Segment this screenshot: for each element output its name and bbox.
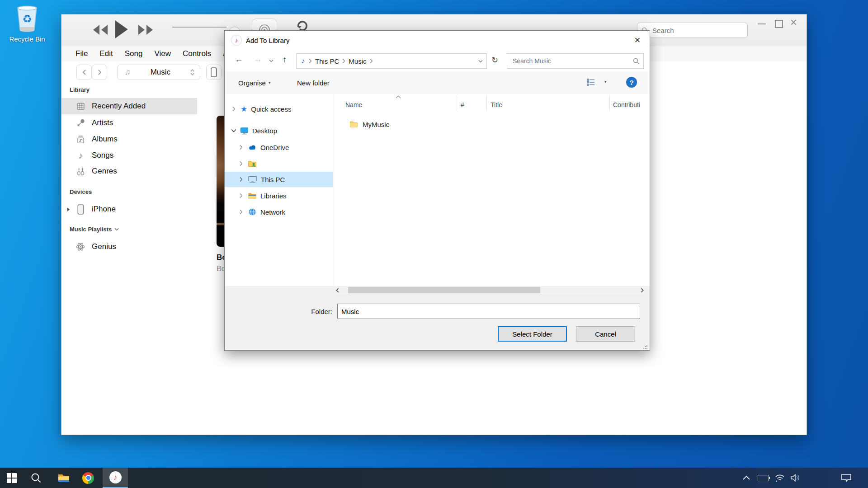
sidebar-item-recently-added[interactable]: Recently Added bbox=[61, 98, 197, 114]
chevron-down-icon[interactable] bbox=[231, 129, 236, 132]
horizontal-scrollbar[interactable] bbox=[333, 286, 646, 294]
rewind-button[interactable] bbox=[91, 24, 108, 36]
scroll-right-arrow[interactable] bbox=[638, 286, 646, 294]
breadcrumb-chevron-icon[interactable] bbox=[369, 58, 373, 64]
chevron-down-icon[interactable] bbox=[114, 228, 119, 231]
sidebar-item-albums[interactable]: Albums bbox=[61, 131, 197, 147]
chevron-right-icon[interactable] bbox=[232, 106, 236, 112]
file-explorer-icon bbox=[58, 473, 70, 483]
search-icon bbox=[633, 58, 640, 65]
sort-ascending-icon[interactable] bbox=[396, 95, 401, 99]
dialog-search-input[interactable] bbox=[512, 57, 627, 65]
column-header-contributing[interactable]: Contributi bbox=[613, 101, 640, 108]
forward-button[interactable] bbox=[92, 65, 107, 80]
guitars-icon bbox=[75, 167, 86, 176]
wifi-icon[interactable] bbox=[775, 474, 785, 483]
details-view-button[interactable] bbox=[586, 78, 595, 87]
tree-item-libraries[interactable]: Libraries bbox=[225, 188, 333, 203]
menu-view[interactable]: View bbox=[148, 49, 177, 58]
chevron-right-icon[interactable] bbox=[239, 145, 243, 150]
sync-icon[interactable] bbox=[296, 19, 308, 32]
sidebar-item-iphone[interactable]: iPhone bbox=[61, 201, 197, 217]
nav-up-icon[interactable]: ↑ bbox=[283, 55, 287, 65]
dialog-footer: Folder: Select Folder Cancel bbox=[225, 294, 649, 350]
tree-item-desktop[interactable]: Desktop bbox=[225, 123, 333, 138]
dialog-close-button[interactable]: × bbox=[625, 31, 650, 50]
action-center-icon[interactable] bbox=[841, 474, 852, 483]
menu-edit[interactable]: Edit bbox=[94, 49, 118, 58]
music-note-icon: ♪ bbox=[301, 57, 305, 65]
itunes-icon: ♪ bbox=[109, 471, 122, 483]
play-button[interactable] bbox=[114, 19, 128, 40]
new-folder-button[interactable]: New folder bbox=[297, 77, 330, 89]
nav-forward-icon[interactable]: → bbox=[254, 55, 262, 65]
sidebar-item-genres[interactable]: Genres bbox=[61, 163, 197, 179]
tree-item-onedrive[interactable]: OneDrive bbox=[225, 140, 333, 155]
music-note-icon: ♫ bbox=[125, 68, 131, 77]
fast-forward-button[interactable] bbox=[137, 24, 155, 36]
sidebar-item-artists[interactable]: Artists bbox=[61, 115, 197, 131]
tree-item-this-pc[interactable]: This PC bbox=[225, 172, 333, 187]
dialog-search-box[interactable] bbox=[507, 53, 644, 69]
battery-icon[interactable] bbox=[758, 475, 769, 481]
chevron-right-icon[interactable] bbox=[239, 209, 243, 215]
tree-item-network[interactable]: Network bbox=[225, 204, 333, 220]
resize-grip[interactable] bbox=[643, 344, 647, 349]
media-selector[interactable]: ♫ Music bbox=[117, 65, 200, 80]
tray-overflow-chevron-icon[interactable] bbox=[742, 475, 750, 480]
tree-item-quick-access[interactable]: ★ Quick access bbox=[225, 101, 333, 117]
breadcrumb-music[interactable]: Music bbox=[346, 57, 369, 65]
select-folder-button[interactable]: Select Folder bbox=[498, 326, 567, 342]
scroll-left-arrow[interactable] bbox=[333, 286, 341, 294]
column-header-title[interactable]: Title bbox=[491, 101, 502, 108]
menu-controls[interactable]: Controls bbox=[177, 49, 217, 58]
view-dropdown-caret-icon[interactable]: ▾ bbox=[604, 80, 607, 84]
recycle-bin-shortcut[interactable]: ♻ Recycle Bin bbox=[7, 5, 47, 43]
organise-button[interactable]: Organise ▾ bbox=[238, 77, 270, 89]
breadcrumb-chevron-icon[interactable] bbox=[342, 58, 346, 64]
taskbar-chrome-button[interactable] bbox=[77, 468, 99, 488]
expander-icon[interactable] bbox=[67, 207, 70, 211]
taskbar-file-explorer-button[interactable] bbox=[53, 468, 75, 488]
address-dropdown-icon[interactable] bbox=[478, 60, 483, 63]
desktop: ♻ Recycle Bin bbox=[0, 0, 868, 488]
column-header-name[interactable]: Name bbox=[345, 101, 362, 108]
back-button[interactable] bbox=[76, 65, 92, 80]
breadcrumb-this-pc[interactable]: This PC bbox=[312, 57, 342, 65]
refresh-icon[interactable]: ↻ bbox=[491, 55, 498, 65]
start-button[interactable] bbox=[1, 468, 23, 488]
menu-song[interactable]: Song bbox=[119, 49, 149, 58]
column-header-number[interactable]: # bbox=[461, 101, 464, 108]
nav-back-icon[interactable]: ← bbox=[235, 55, 243, 65]
chevron-right-icon[interactable] bbox=[239, 177, 243, 182]
sidebar-item-genius[interactable]: Genius bbox=[61, 239, 197, 255]
sidebar-item-songs[interactable]: ♪ Songs bbox=[61, 147, 197, 164]
search-icon bbox=[31, 473, 42, 483]
dialog-toolbar: Organise ▾ New folder ▾ ? bbox=[225, 71, 650, 94]
file-row-mymusic[interactable]: MyMusic bbox=[333, 117, 645, 131]
volume-icon[interactable] bbox=[790, 474, 800, 482]
tree-item-user-folder[interactable] bbox=[225, 156, 333, 171]
close-button[interactable]: × bbox=[790, 16, 797, 29]
system-tray bbox=[741, 468, 868, 488]
chevron-right-icon[interactable] bbox=[239, 193, 243, 198]
menu-file[interactable]: File bbox=[70, 49, 94, 58]
minimize-button[interactable] bbox=[758, 23, 766, 24]
itunes-search-box[interactable] bbox=[637, 23, 748, 38]
fast-forward-icon bbox=[137, 24, 155, 36]
folder-name-input[interactable] bbox=[337, 304, 640, 319]
itunes-search-input[interactable] bbox=[651, 26, 739, 35]
nav-history-chevron-icon[interactable] bbox=[269, 59, 274, 62]
address-bar[interactable]: ♪ This PC Music bbox=[296, 53, 487, 69]
scrollbar-thumb[interactable] bbox=[348, 287, 540, 293]
volume-slider[interactable] bbox=[172, 27, 226, 28]
help-button[interactable]: ? bbox=[626, 77, 637, 88]
chevron-right-icon[interactable] bbox=[239, 161, 243, 166]
taskbar-itunes-button[interactable]: ♪ bbox=[103, 468, 128, 488]
taskbar-search-button[interactable] bbox=[25, 468, 47, 488]
dialog-titlebar: ♪ Add To Library × bbox=[225, 31, 650, 50]
maximize-button[interactable] bbox=[775, 20, 783, 28]
cancel-button[interactable]: Cancel bbox=[576, 326, 635, 342]
note-icon: ♪ bbox=[75, 150, 86, 161]
device-button[interactable] bbox=[206, 65, 222, 80]
